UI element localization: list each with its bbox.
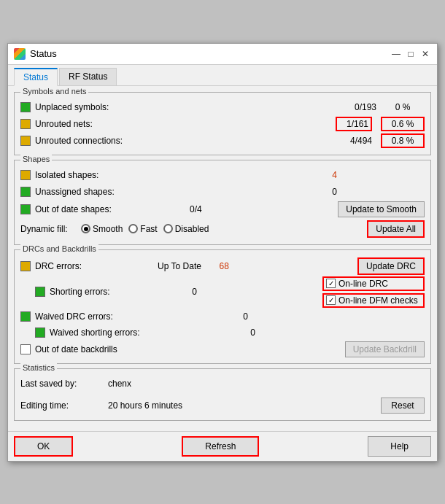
symbols-nets-title: Symbols and nets xyxy=(20,87,88,96)
radio-fast-label: Fast xyxy=(140,224,157,234)
backdrills-icon xyxy=(20,344,31,354)
last-saved-row: Last saved by: chenx xyxy=(20,376,425,391)
close-button[interactable]: ✕ xyxy=(419,48,431,60)
tab-status[interactable]: Status xyxy=(14,68,58,86)
out-of-date-shapes-label: Out of date shapes: xyxy=(35,204,166,214)
isolated-shapes-row: Isolated shapes: 4 xyxy=(20,168,425,182)
radio-disabled-outer xyxy=(163,224,173,233)
dynamic-fill-label: Dynamic fill: xyxy=(20,224,75,234)
radio-fast[interactable]: Fast xyxy=(128,224,157,234)
waived-drc-value: 0 xyxy=(212,311,248,322)
tab-rf-status[interactable]: RF Status xyxy=(59,68,117,85)
waived-drc-row: Waived DRC errors: 0 xyxy=(20,309,425,324)
isolated-shapes-icon xyxy=(20,170,31,180)
drcs-section: DRCs and Backdrills DRC errors: Up To Da… xyxy=(14,249,431,364)
last-saved-value: chenx xyxy=(108,379,131,389)
backdrills-label: Out of date backdrills xyxy=(35,344,190,354)
update-all-button[interactable]: Update All xyxy=(367,220,425,238)
shorting-errors-icon xyxy=(35,287,45,297)
unrouted-nets-label: Unrouted nets: xyxy=(35,119,336,129)
unassigned-shapes-label: Unassigned shapes: xyxy=(35,187,301,197)
out-of-date-backdrills-row: Out of date backdrills Update Backdrill xyxy=(20,341,425,357)
radio-disabled[interactable]: Disabled xyxy=(163,224,209,234)
out-of-date-shapes-icon xyxy=(20,204,31,214)
unassigned-shapes-icon xyxy=(20,187,31,197)
radio-smooth[interactable]: Smooth xyxy=(81,224,123,234)
online-drc-checkbox xyxy=(326,279,336,288)
radio-smooth-inner xyxy=(84,227,88,231)
shapes-section: Shapes Isolated shapes: 4 Unassigned sha… xyxy=(14,160,431,245)
radio-disabled-label: Disabled xyxy=(175,224,209,234)
checkboxes-group: On-line DRC On-line DFM checks xyxy=(322,276,425,308)
drc-errors-value: 68 xyxy=(207,261,229,271)
shapes-inner: Isolated shapes: 4 Unassigned shapes: 0 … xyxy=(20,168,425,238)
unplaced-symbols-icon xyxy=(20,102,31,112)
shorting-errors-label: Shorting errors: xyxy=(50,287,175,297)
unrouted-connections-value: 4/494 xyxy=(336,136,372,146)
drc-errors-icon xyxy=(20,261,31,271)
shorting-errors-row: Shorting errors: 0 On-line DRC On-line D… xyxy=(35,276,425,308)
window-controls: — □ ✕ xyxy=(390,48,431,60)
unrouted-connections-label: Unrouted connections: xyxy=(35,136,336,146)
unrouted-connections-row: Unrouted connections: 4/494 0.8 % xyxy=(20,133,425,148)
online-drc-checkbox-row[interactable]: On-line DRC xyxy=(322,276,425,291)
title-bar: Status — □ ✕ xyxy=(8,44,437,65)
unrouted-nets-row: Unrouted nets: 1/161 0.6 % xyxy=(20,117,425,131)
refresh-button[interactable]: Refresh xyxy=(182,436,259,457)
unassigned-shapes-row: Unassigned shapes: 0 xyxy=(20,185,425,199)
radio-smooth-outer xyxy=(81,224,90,233)
unrouted-nets-percent: 0.6 % xyxy=(381,117,425,131)
out-of-date-shapes-row: Out of date shapes: 0/4 Update to Smooth xyxy=(20,201,425,217)
waived-shorting-label: Waived shorting errors: xyxy=(50,327,219,338)
editing-time-label: Editing time: xyxy=(20,400,93,411)
window-title: Status xyxy=(30,48,390,59)
unplaced-symbols-row: Unplaced symbols: 0/193 0 % xyxy=(20,100,425,115)
unrouted-connections-percent: 0.8 % xyxy=(381,133,425,148)
main-window: Status — □ ✕ Status RF Status Symbols an… xyxy=(7,43,438,462)
minimize-button[interactable]: — xyxy=(390,48,402,60)
radio-smooth-label: Smooth xyxy=(93,224,123,234)
last-saved-label: Last saved by: xyxy=(20,379,93,389)
drc-errors-label: DRC errors: xyxy=(35,261,158,271)
help-button[interactable]: Help xyxy=(368,436,431,457)
drc-errors-row: DRC errors: Up To Date 68 Update DRC xyxy=(20,257,425,275)
ok-button[interactable]: OK xyxy=(14,436,73,457)
symbols-nets-inner: Unplaced symbols: 0/193 0 % Unrouted net… xyxy=(20,100,425,148)
unrouted-nets-value: 1/161 xyxy=(336,117,372,131)
dynamic-fill-radio-group: Smooth Fast Disabled xyxy=(81,224,361,234)
shapes-title: Shapes xyxy=(20,155,52,163)
maximize-button[interactable]: □ xyxy=(405,48,417,60)
waived-shorting-value: 0 xyxy=(219,327,255,338)
isolated-shapes-label: Isolated shapes: xyxy=(35,170,301,180)
unassigned-shapes-value: 0 xyxy=(301,187,337,197)
waived-shorting-row: Waived shorting errors: 0 xyxy=(35,325,425,340)
isolated-shapes-value: 4 xyxy=(301,170,337,180)
radio-fast-outer xyxy=(128,224,138,233)
drc-errors-sublabel: Up To Date xyxy=(158,261,201,271)
statistics-inner: Last saved by: chenx Editing time: 20 ho… xyxy=(20,376,425,414)
editing-time-value: 20 hours 6 minutes xyxy=(108,400,182,411)
waived-shorting-icon xyxy=(35,327,45,338)
content-area: Symbols and nets Unplaced symbols: 0/193… xyxy=(8,86,437,431)
online-drc-label: On-line DRC xyxy=(338,279,388,289)
app-icon xyxy=(14,48,26,60)
update-backdrill-button[interactable]: Update Backdrill xyxy=(345,341,425,357)
reset-button[interactable]: Reset xyxy=(381,398,425,414)
statistics-section: Statistics Last saved by: chenx Editing … xyxy=(14,368,431,421)
editing-time-row: Editing time: 20 hours 6 minutes Reset xyxy=(20,398,425,414)
shorting-errors-value: 0 xyxy=(175,287,197,297)
update-drc-button[interactable]: Update DRC xyxy=(357,257,425,275)
online-dfm-checkbox-row[interactable]: On-line DFM checks xyxy=(322,293,425,308)
waived-drc-icon xyxy=(20,311,31,322)
online-dfm-checkbox xyxy=(326,295,336,305)
unrouted-connections-icon xyxy=(20,136,31,146)
online-dfm-label: On-line DFM checks xyxy=(338,295,418,306)
unrouted-nets-icon xyxy=(20,119,31,129)
drcs-inner: DRC errors: Up To Date 68 Update DRC Sho… xyxy=(20,257,425,357)
update-to-smooth-button[interactable]: Update to Smooth xyxy=(338,201,425,217)
waived-drc-label: Waived DRC errors: xyxy=(35,311,212,322)
statistics-title: Statistics xyxy=(20,363,57,372)
unplaced-symbols-percent: 0 % xyxy=(381,102,425,112)
symbols-nets-section: Symbols and nets Unplaced symbols: 0/193… xyxy=(14,92,431,155)
unplaced-symbols-label: Unplaced symbols: xyxy=(35,102,340,112)
